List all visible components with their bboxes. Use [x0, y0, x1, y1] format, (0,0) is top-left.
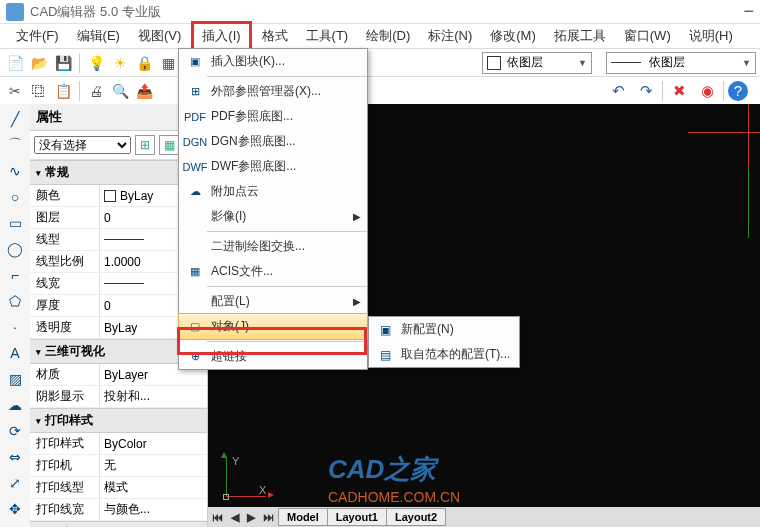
titlebar: CAD编辑器 5.0 专业版 − [0, 0, 760, 24]
publish-icon[interactable]: 📤 [133, 80, 155, 102]
xref-icon: ⊞ [185, 84, 205, 100]
submenu-from-template[interactable]: ▤取自范本的配置(T)... [369, 342, 519, 367]
line-tool-icon[interactable]: ╱ [4, 108, 26, 130]
toolbar-row-1: 📄 📂 💾 💡 ☀ 🔒 ▦ ▪ 依图层 ▼ 依图层 ▼ [0, 48, 760, 76]
menu-config[interactable]: 配置(L)▶ [179, 289, 367, 314]
menu-insert-block[interactable]: ▣插入图块(K)... [179, 49, 367, 74]
pdf-icon: PDF [185, 109, 205, 125]
crosshair-horizontal [688, 132, 760, 133]
category-view[interactable]: 查看 [30, 521, 207, 527]
menu-pdf-underlay[interactable]: PDFPDF参照底图... [179, 104, 367, 129]
minimize-button[interactable]: − [743, 1, 754, 22]
rotate-tool-icon[interactable]: ⟳ [4, 420, 26, 442]
menu-acis[interactable]: ▦ACIS文件... [179, 259, 367, 284]
polyline-tool-icon[interactable]: ⌐ [4, 264, 26, 286]
tab-first-icon[interactable]: ⏮ [208, 511, 227, 523]
copy-icon[interactable]: ⿻ [28, 80, 50, 102]
arc-tool-icon[interactable]: ⌒ [4, 134, 26, 156]
menu-tools[interactable]: 工具(T) [298, 24, 357, 48]
circle-tool-icon[interactable]: ○ [4, 186, 26, 208]
cloud-tool-icon[interactable]: ☁ [4, 394, 26, 416]
open-icon[interactable]: 📂 [28, 52, 50, 74]
watermark-text: CAD之家 [328, 452, 436, 487]
mirror-tool-icon[interactable]: ⇔ [4, 446, 26, 468]
cancel-icon[interactable]: ✖ [667, 79, 691, 103]
dwf-icon: DWF [185, 159, 205, 175]
ellipse-tool-icon[interactable]: ◯ [4, 238, 26, 260]
category-plot[interactable]: 打印样式 [30, 408, 207, 433]
menu-annotate[interactable]: 标注(N) [420, 24, 480, 48]
sun-icon[interactable]: ☀ [109, 52, 131, 74]
menu-point-cloud[interactable]: ☁附加点云 [179, 179, 367, 204]
polygon-tool-icon[interactable]: ⬠ [4, 290, 26, 312]
menu-modify[interactable]: 修改(M) [482, 24, 544, 48]
config-submenu: ▣新配置(N) ▤取自范本的配置(T)... [368, 316, 520, 368]
dgn-icon: DGN [185, 134, 205, 150]
preview-icon[interactable]: 🔍 [109, 80, 131, 102]
menu-dwf-underlay[interactable]: DWFDWF参照底图... [179, 154, 367, 179]
toolbar-row-2: ✂ ⿻ 📋 🖨 🔍 📤 ↶ ↷ ✖ ◉ ? [0, 76, 760, 104]
menu-format[interactable]: 格式 [254, 24, 296, 48]
menu-xref-manager[interactable]: ⊞外部参照管理器(X)... [179, 79, 367, 104]
new-icon[interactable]: 📄 [4, 52, 26, 74]
paste-icon[interactable]: 📋 [52, 80, 74, 102]
hatch-tool-icon[interactable]: ▨ [4, 368, 26, 390]
block-icon: ▣ [185, 54, 205, 70]
cut-icon[interactable]: ✂ [4, 80, 26, 102]
layer-color-dropdown[interactable]: 依图层 ▼ [482, 52, 592, 74]
menu-draw[interactable]: 绘制(D) [358, 24, 418, 48]
save-icon[interactable]: 💾 [52, 52, 74, 74]
undo-icon[interactable]: ↶ [606, 79, 630, 103]
move-tool-icon[interactable]: ✥ [4, 498, 26, 520]
acis-icon: ▦ [185, 264, 205, 280]
tab-layout1[interactable]: Layout1 [327, 508, 387, 526]
text-tool-icon[interactable]: A [4, 342, 26, 364]
redo-icon[interactable]: ↷ [634, 79, 658, 103]
print-icon[interactable]: 🖨 [85, 80, 107, 102]
tab-last-icon[interactable]: ⏭ [259, 511, 278, 523]
crosshair-vertical-red [748, 104, 749, 168]
menu-window[interactable]: 窗口(W) [616, 24, 679, 48]
link-icon: ⊕ [185, 349, 205, 365]
menubar: 文件(F) 编辑(E) 视图(V) 插入(I) 格式 工具(T) 绘制(D) 标… [0, 24, 760, 48]
menu-edit[interactable]: 编辑(E) [69, 24, 128, 48]
tab-prev-icon[interactable]: ◀ [227, 511, 243, 524]
tab-next-icon[interactable]: ▶ [243, 511, 259, 524]
chevron-down-icon: ▼ [578, 58, 587, 68]
select-icon[interactable]: ▦ [159, 135, 179, 155]
layer-color-label: 依图层 [507, 54, 578, 71]
new-config-icon: ▣ [375, 322, 395, 338]
menu-extend[interactable]: 拓展工具 [546, 24, 614, 48]
spline-tool-icon[interactable]: ∿ [4, 160, 26, 182]
insert-menu-dropdown: ▣插入图块(K)... ⊞外部参照管理器(X)... PDFPDF参照底图...… [178, 48, 368, 370]
quickselect-icon[interactable]: ⊞ [135, 135, 155, 155]
submenu-new-config[interactable]: ▣新配置(N) [369, 317, 519, 342]
tab-layout2[interactable]: Layout2 [386, 508, 446, 526]
point-tool-icon[interactable]: · [4, 316, 26, 338]
menu-view[interactable]: 视图(V) [130, 24, 189, 48]
bulb-icon[interactable]: 💡 [85, 52, 107, 74]
selection-dropdown[interactable]: 没有选择 [34, 136, 131, 154]
menu-object[interactable]: ▢对象(J)... [178, 313, 368, 340]
rect-tool-icon[interactable]: ▭ [4, 212, 26, 234]
scale-tool-icon[interactable]: ⤢ [4, 472, 26, 494]
chevron-down-icon: ▼ [742, 58, 751, 68]
tab-model[interactable]: Model [278, 508, 328, 526]
target-icon[interactable]: ◉ [695, 79, 719, 103]
menu-dgn-underlay[interactable]: DGNDGN参照底图... [179, 129, 367, 154]
object-icon: ▢ [185, 319, 205, 335]
menu-hyperlink[interactable]: ⊕超链接 [179, 344, 367, 369]
menu-help[interactable]: 说明(H) [681, 24, 741, 48]
menu-binary-dwg[interactable]: 二进制绘图交换... [179, 234, 367, 259]
layer-lineweight-dropdown[interactable]: 依图层 ▼ [606, 52, 756, 74]
layer-icon[interactable]: ▦ [157, 52, 179, 74]
left-tool-palette: ╱ ⌒ ∿ ○ ▭ ◯ ⌐ ⬠ · A ▨ ☁ ⟳ ⇔ ⤢ ✥ [0, 104, 30, 527]
menu-file[interactable]: 文件(F) [8, 24, 67, 48]
app-title: CAD编辑器 5.0 专业版 [30, 3, 161, 21]
menu-image[interactable]: 影像(I)▶ [179, 204, 367, 229]
menu-insert[interactable]: 插入(I) [191, 21, 251, 51]
lock-icon[interactable]: 🔒 [133, 52, 155, 74]
help-icon[interactable]: ? [728, 81, 748, 101]
watermark-url: CADHOME.COM.CN [328, 489, 460, 505]
layout-tabs: ⏮ ◀ ▶ ⏭ Model Layout1 Layout2 [208, 507, 760, 527]
